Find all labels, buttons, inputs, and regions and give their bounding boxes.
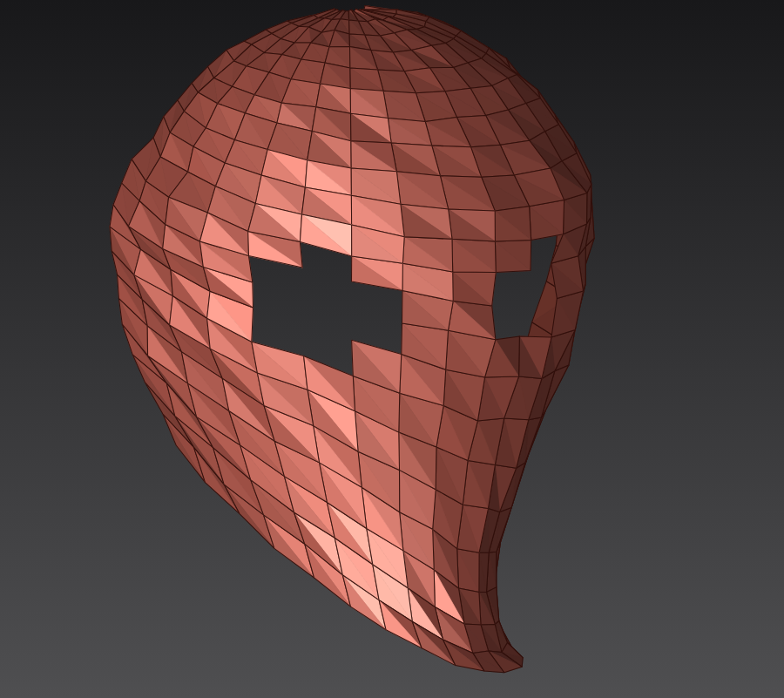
viewport[interactable] — [0, 0, 784, 698]
3d-scene-canvas[interactable] — [0, 0, 784, 698]
